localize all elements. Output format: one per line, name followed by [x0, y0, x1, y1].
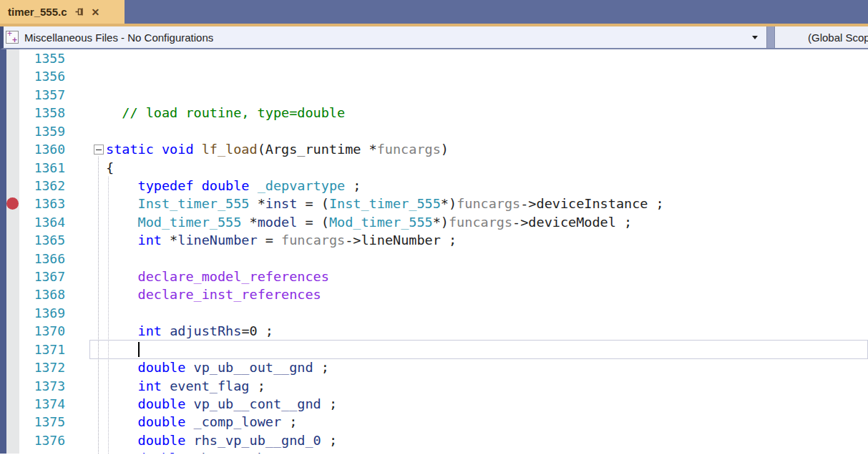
code-line[interactable]: 1359 — [19, 122, 868, 140]
scope-combobox[interactable]: (Global Scope — [774, 26, 868, 48]
line-number[interactable]: 1369 — [19, 304, 65, 322]
code-line[interactable]: 1360static void lf_load(Args_runtime *fu… — [19, 140, 868, 158]
scope-combobox-label: (Global Scope — [808, 31, 868, 44]
line-number[interactable]: 1370 — [19, 322, 65, 340]
gutter-gap — [65, 285, 94, 303]
line-number[interactable]: 1358 — [19, 104, 65, 122]
code-line[interactable]: 1374 double vp_ub__cont__gnd ; — [19, 395, 868, 413]
breakpoint-gutter[interactable] — [6, 49, 19, 454]
code-text — [94, 341, 868, 358]
pin-icon[interactable] — [75, 7, 84, 16]
line-number[interactable]: 1363 — [19, 195, 65, 212]
code-text: int *lineNumber = funcargs->lineNumber ; — [94, 231, 868, 249]
chevron-down-icon[interactable] — [752, 36, 758, 39]
code-line[interactable]: 1373 int event_flag ; — [19, 377, 868, 395]
combobox-separator — [767, 26, 774, 48]
code-line[interactable]: 1377 double rhs_vp_ub__cont_0 ; — [19, 449, 868, 454]
line-number[interactable]: 1364 — [19, 213, 65, 231]
line-number[interactable]: 1367 — [19, 268, 65, 285]
code-text: double _comp_lower ; — [94, 413, 868, 431]
tab-bar: timer_555.c ✕ — [0, 0, 868, 24]
code-line[interactable]: 1371 — [19, 341, 868, 358]
code-line[interactable]: 1367 declare_model_references — [19, 268, 868, 285]
gutter-gap — [65, 122, 94, 140]
gutter-gap — [65, 431, 94, 449]
code-text: Mod_timer_555 *model = (Mod_timer_555*)f… — [94, 213, 868, 231]
code-line[interactable]: 1357 — [19, 86, 868, 104]
code-line[interactable]: 1361{ — [19, 159, 868, 177]
code-line[interactable]: 1372 double vp_ub__out__gnd ; — [19, 358, 868, 376]
code-line[interactable]: 1376 double rhs_vp_ub__gnd_0 ; — [19, 431, 868, 449]
line-number[interactable]: 1377 — [19, 449, 65, 454]
code-text: int adjustRhs=0 ; — [94, 322, 868, 340]
line-number[interactable]: 1355 — [19, 49, 65, 67]
visual-studio-editor-window: timer_555.c ✕ ++ Miscellaneous Files - N… — [0, 0, 868, 455]
code-text: Inst_timer_555 *inst = (Inst_timer_555*)… — [94, 195, 868, 212]
line-number[interactable]: 1357 — [19, 86, 65, 104]
gutter-gap — [65, 49, 94, 67]
code-line[interactable]: 1358 // load routine, type=double — [19, 104, 868, 122]
code-text: double rhs_vp_ub__gnd_0 ; — [94, 431, 868, 449]
project-combobox[interactable]: ++ Miscellaneous Files - No Configuratio… — [4, 26, 767, 48]
navigation-bar: ++ Miscellaneous Files - No Configuratio… — [0, 26, 868, 49]
code-line[interactable]: 1370 int adjustRhs=0 ; — [19, 322, 868, 340]
line-number[interactable]: 1371 — [19, 341, 65, 358]
code-line[interactable]: 1365 int *lineNumber = funcargs->lineNum… — [19, 231, 868, 249]
indent-guide-line — [108, 177, 109, 454]
code-line[interactable]: 1362 typedef double _depvartype ; — [19, 177, 868, 195]
line-number[interactable]: 1365 — [19, 231, 65, 249]
code-line[interactable]: 1375 double _comp_lower ; — [19, 413, 868, 431]
line-number[interactable]: 1356 — [19, 67, 65, 85]
code-area[interactable]: 1355135613571358 // load routine, type=d… — [19, 49, 868, 454]
gutter-gap — [65, 395, 94, 413]
code-line[interactable]: 1366 — [19, 250, 868, 268]
line-number[interactable]: 1359 — [19, 122, 65, 140]
code-text: { — [94, 159, 868, 177]
gutter-gap — [65, 213, 94, 231]
gutter-gap — [65, 322, 94, 340]
code-text: static void lf_load(Args_runtime *funcar… — [94, 140, 868, 158]
line-number[interactable]: 1372 — [19, 358, 65, 376]
code-line[interactable]: 1355 — [19, 49, 868, 67]
code-text: double vp_ub__out__gnd ; — [94, 358, 868, 376]
text-caret — [138, 342, 140, 357]
code-text: double vp_ub__cont__gnd ; — [94, 395, 868, 413]
code-line[interactable]: 1368 declare_inst_references — [19, 285, 868, 303]
code-text: declare_inst_references — [94, 285, 868, 303]
line-number[interactable]: 1360 — [19, 140, 65, 158]
gutter-gap — [65, 231, 94, 249]
gutter-gap — [65, 195, 94, 212]
outline-guide-line — [98, 157, 99, 454]
line-number[interactable]: 1362 — [19, 177, 65, 195]
gutter-gap — [65, 177, 94, 195]
line-number[interactable]: 1366 — [19, 250, 65, 268]
line-number[interactable]: 1368 — [19, 285, 65, 303]
close-icon[interactable]: ✕ — [92, 7, 100, 17]
line-number[interactable]: 1373 — [19, 377, 65, 395]
code-text: typedef double _depvartype ; — [94, 177, 868, 195]
gutter-gap — [65, 304, 94, 322]
code-line[interactable]: 1356 — [19, 67, 868, 85]
line-number[interactable]: 1374 — [19, 395, 65, 413]
tab-timer-555[interactable]: timer_555.c ✕ — [0, 0, 125, 24]
gutter-gap — [65, 449, 94, 454]
line-number[interactable]: 1361 — [19, 159, 65, 177]
line-number[interactable]: 1376 — [19, 431, 65, 449]
line-number[interactable]: 1375 — [19, 413, 65, 431]
collapse-minus-icon[interactable] — [94, 145, 104, 155]
code-text — [94, 67, 868, 85]
gutter-gap — [65, 413, 94, 431]
code-editor[interactable]: 1355135613571358 // load routine, type=d… — [0, 49, 868, 454]
gutter-gap — [65, 250, 94, 268]
code-text: // load routine, type=double — [94, 104, 868, 122]
code-text — [94, 122, 868, 140]
breakpoint-indicator[interactable] — [6, 197, 19, 210]
code-line[interactable]: 1369 — [19, 304, 868, 322]
project-combobox-label: Miscellaneous Files - No Configurations — [24, 31, 213, 44]
code-text: int event_flag ; — [94, 377, 868, 395]
gutter-gap — [65, 159, 94, 177]
code-line[interactable]: 1363 Inst_timer_555 *inst = (Inst_timer_… — [19, 195, 868, 212]
gutter-gap — [65, 268, 94, 285]
code-text — [94, 49, 868, 67]
code-line[interactable]: 1364 Mod_timer_555 *model = (Mod_timer_5… — [19, 213, 868, 231]
